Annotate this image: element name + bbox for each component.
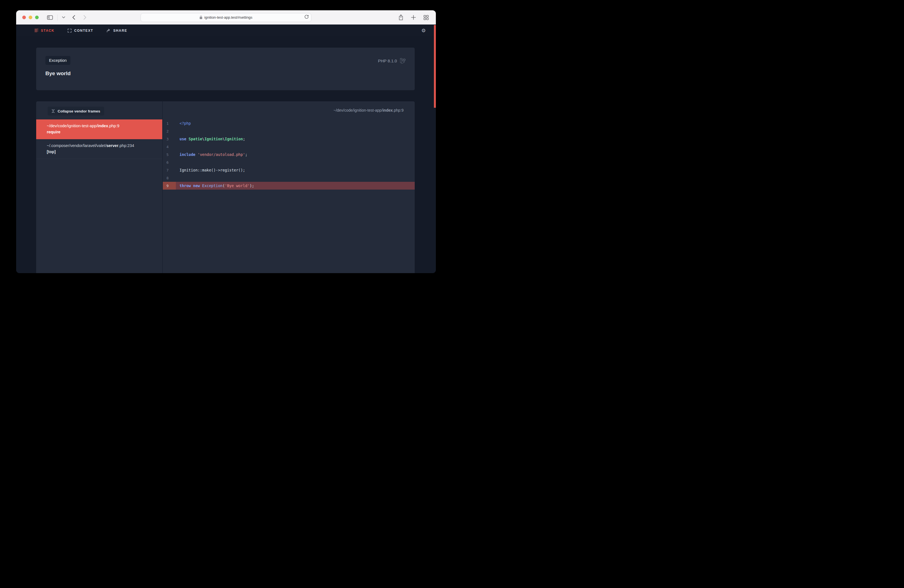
sidebar-chevron-icon[interactable] xyxy=(62,16,65,18)
share-arrow-icon xyxy=(107,28,111,32)
ignition-page: Exception Bye world PHP 8.1.0 xyxy=(16,36,436,273)
toolbar-divider xyxy=(57,14,58,21)
collapse-vendor-frames-button[interactable]: Collapse vendor frames xyxy=(47,107,104,115)
tab-context[interactable]: CONTEXT xyxy=(68,28,93,33)
code-line: 5include 'vendor/autoload.php'; xyxy=(163,151,415,158)
editor-path-suffix: .php:9 xyxy=(393,108,403,112)
stack-frames-panel: Collapse vendor frames ~/dev/code/igniti… xyxy=(36,101,162,273)
collapse-label: Collapse vendor frames xyxy=(58,109,100,113)
runtime-info: PHP 8.1.0 xyxy=(378,58,406,64)
stack-frame[interactable]: ~/.composer/vendor/laravel/valet/server.… xyxy=(36,139,162,159)
code-line: 9throw new Exception('Bye world'); xyxy=(163,182,415,190)
window-controls xyxy=(22,16,39,19)
php-version: PHP 8.1.0 xyxy=(378,58,397,63)
settings-gear-icon[interactable]: ⚙ xyxy=(421,28,426,33)
tab-stack-label: STACK xyxy=(41,28,54,33)
stack-frames: ~/dev/code/ignition-test-app/index.php:9… xyxy=(36,119,162,159)
exception-class-badge: Exception xyxy=(45,56,70,65)
code-line: 2 xyxy=(163,127,415,135)
reload-icon[interactable] xyxy=(305,14,309,19)
browser-toolbar: ignition-test-app.test/#settings xyxy=(16,10,436,24)
ignition-navbar: STACK CONTEXT SHARE ⚙ xyxy=(16,24,436,37)
zoom-window-button[interactable] xyxy=(35,16,39,19)
code-line: 3use Spatie\Ignition\Ignition; xyxy=(163,135,415,143)
share-icon[interactable] xyxy=(398,14,403,21)
code-listing: 1<?php23use Spatie\Ignition\Ignition;45i… xyxy=(163,119,415,190)
code-line: 6 xyxy=(163,158,415,166)
tab-context-label: CONTEXT xyxy=(74,28,93,33)
forward-button[interactable] xyxy=(84,15,86,20)
close-window-button[interactable] xyxy=(22,16,26,19)
stack-trace-card: Collapse vendor frames ~/dev/code/igniti… xyxy=(36,101,415,273)
exception-card: Exception Bye world PHP 8.1.0 xyxy=(36,47,415,90)
tab-overview-icon[interactable] xyxy=(424,15,428,20)
tab-stack[interactable]: STACK xyxy=(35,28,54,33)
editor-path-prefix: ~/dev/code/ignition-test-app/ xyxy=(333,108,382,112)
code-line: 7Ignition::make()->register(); xyxy=(163,166,415,174)
lock-icon xyxy=(199,16,202,19)
editor-file-path: ~/dev/code/ignition-test-app/index.php:9 xyxy=(333,108,403,112)
tab-share[interactable]: SHARE xyxy=(107,28,127,33)
back-button[interactable] xyxy=(73,15,75,20)
laravel-icon xyxy=(400,58,406,64)
stack-frame[interactable]: ~/dev/code/ignition-test-app/index.php:9… xyxy=(36,119,162,139)
editor-path-file: index xyxy=(382,108,393,112)
code-panel: ~/dev/code/ignition-test-app/index.php:9… xyxy=(162,101,415,273)
context-icon xyxy=(68,28,71,33)
exception-message: Bye world xyxy=(45,70,71,77)
new-tab-icon[interactable] xyxy=(411,15,416,20)
code-line: 1<?php xyxy=(163,119,415,127)
collapse-icon xyxy=(52,109,55,113)
address-bar-url: ignition-test-app.test/#settings xyxy=(204,15,253,19)
code-line: 8 xyxy=(163,174,415,182)
tab-share-label: SHARE xyxy=(113,28,127,33)
sidebar-toggle-icon[interactable] xyxy=(47,15,53,20)
browser-window: ignition-test-app.test/#settings xyxy=(16,10,436,273)
code-line: 4 xyxy=(163,143,415,151)
page-scrollbar-thumb[interactable] xyxy=(434,25,436,108)
minimize-window-button[interactable] xyxy=(28,16,32,19)
address-bar[interactable]: ignition-test-app.test/#settings xyxy=(141,13,311,22)
stack-icon xyxy=(35,28,38,32)
